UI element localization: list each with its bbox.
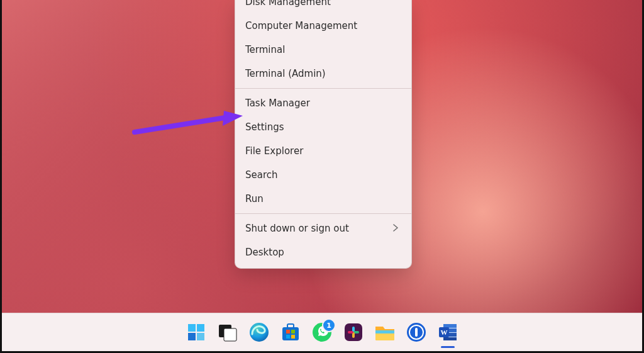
svg-rect-22 [375, 330, 394, 333]
start-button[interactable] [185, 321, 208, 344]
file-explorer-icon [374, 323, 396, 342]
microsoft-store-button[interactable] [279, 321, 302, 344]
annotation-arrow [131, 107, 244, 145]
svg-rect-4 [188, 333, 196, 340]
edge-button[interactable] [248, 321, 270, 344]
task-view-icon [218, 323, 237, 342]
menu-item-label: Search [245, 169, 278, 181]
menu-item-disk-management[interactable]: Disk Management [235, 0, 411, 14]
menu-item-shutdown-signout[interactable]: Shut down or sign out [235, 216, 411, 240]
menu-item-file-explorer[interactable]: File Explorer [235, 139, 411, 163]
microsoft-store-icon [280, 322, 301, 342]
taskbar: 1 W [2, 313, 642, 351]
file-explorer-button[interactable] [374, 321, 396, 344]
word-button[interactable]: W [436, 321, 459, 344]
menu-item-terminal[interactable]: Terminal [235, 38, 411, 62]
whatsapp-button[interactable]: 1 [311, 321, 333, 344]
menu-item-label: Run [245, 193, 264, 205]
menu-item-label: Settings [245, 121, 284, 133]
menu-item-settings[interactable]: Settings [235, 115, 411, 139]
menu-item-label: Computer Management [245, 20, 357, 31]
menu-separator [235, 213, 411, 214]
svg-line-0 [135, 118, 225, 132]
svg-rect-3 [197, 324, 204, 332]
svg-rect-31 [443, 337, 457, 340]
menu-item-label: Terminal [245, 44, 285, 55]
svg-rect-10 [287, 324, 294, 328]
menu-item-label: Terminal (Admin) [245, 68, 326, 79]
svg-rect-12 [291, 330, 295, 333]
chevron-right-icon [392, 223, 399, 233]
menu-item-label: Desktop [245, 247, 284, 258]
menu-item-label: Task Manager [245, 98, 310, 109]
1password-button[interactable] [405, 321, 428, 344]
menu-item-task-manager[interactable]: Task Manager [235, 91, 411, 115]
winx-context-menu: Disk Management Computer Management Term… [235, 0, 412, 269]
menu-item-run[interactable]: Run [235, 187, 411, 211]
start-icon [187, 323, 206, 342]
menu-item-label: File Explorer [245, 145, 303, 157]
1password-icon [406, 322, 426, 342]
notification-badge: 1 [322, 318, 336, 332]
menu-item-label: Shut down or sign out [245, 223, 349, 234]
svg-rect-14 [291, 335, 295, 339]
word-icon: W [438, 322, 458, 342]
menu-item-search[interactable]: Search [235, 163, 411, 187]
menu-item-computer-management[interactable]: Computer Management [235, 14, 411, 38]
active-app-indicator [441, 346, 455, 348]
menu-item-label: Disk Management [245, 0, 331, 8]
svg-rect-11 [286, 330, 290, 333]
slack-icon [343, 322, 364, 342]
menu-separator [235, 88, 411, 89]
menu-item-terminal-admin[interactable]: Terminal (Admin) [235, 62, 411, 86]
svg-rect-20 [348, 331, 353, 333]
svg-text:W: W [441, 328, 448, 336]
svg-rect-26 [415, 328, 418, 337]
menu-item-desktop[interactable]: Desktop [235, 240, 411, 264]
svg-rect-7 [224, 328, 236, 341]
slack-button[interactable] [342, 321, 365, 344]
svg-rect-5 [197, 333, 204, 340]
task-view-button[interactable] [216, 321, 239, 344]
svg-rect-2 [188, 324, 196, 332]
svg-marker-1 [223, 111, 243, 126]
svg-rect-9 [282, 327, 299, 340]
edge-icon [248, 322, 270, 343]
svg-rect-13 [286, 335, 290, 339]
